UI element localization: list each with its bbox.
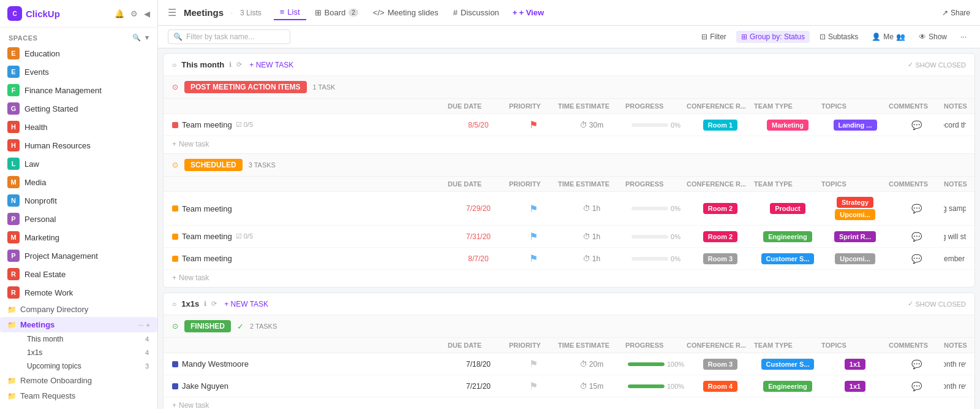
comment-icon[interactable]: 💬 — [911, 359, 922, 369]
sidebar-item-law[interactable]: L Law — [0, 155, 157, 173]
new-task-label: New task — [179, 140, 209, 148]
sub-item-label-upcoming: Upcoming topics — [27, 362, 81, 370]
comments-cell[interactable]: 💬 — [889, 359, 944, 369]
comments-cell[interactable]: 💬 — [889, 120, 944, 130]
topics-cell: Upcomi... — [821, 253, 889, 264]
chevron-down-icon[interactable]: ▾ — [145, 34, 149, 42]
section-info-this-month[interactable]: ℹ — [229, 61, 232, 69]
search-icon[interactable]: 🔍 — [132, 34, 141, 42]
section-toggle-1x1s[interactable]: ○ — [172, 300, 176, 308]
me-button[interactable]: 👤 Me 👥 — [868, 31, 909, 43]
conference-room-cell: Room 2 — [687, 203, 754, 214]
group-toggle-finished[interactable]: ⊙ — [172, 322, 178, 331]
tab-slides-label: Meeting slides — [388, 8, 439, 17]
sidebar-item-remote-work[interactable]: R Remote Work — [0, 283, 157, 302]
hourglass-icon: ⏱ — [580, 121, 587, 129]
comment-icon[interactable]: 💬 — [911, 204, 922, 213]
comments-cell[interactable]: 💬 — [889, 232, 944, 242]
sidebar-item-label-marketing: Marketing — [24, 233, 150, 242]
group-toggle-scheduled[interactable]: ⊙ — [172, 161, 178, 169]
comment-icon[interactable]: 💬 — [911, 254, 922, 264]
section-auto-1x1s[interactable]: ⟳ — [211, 300, 217, 308]
page-title: Meetings — [184, 7, 224, 18]
comments-cell[interactable]: 💬 — [889, 254, 944, 264]
sidebar-item-personal[interactable]: P Personal — [0, 210, 157, 228]
tab-list[interactable]: ≡ List — [274, 5, 306, 20]
section-info-1x1s[interactable]: ℹ — [204, 300, 206, 308]
table-row: Jake Nguyen 7/21/20 ⚑ ⏱ 15m 100% Room 4 … — [164, 375, 974, 397]
col-conference-room-f: CONFERENCE R... — [687, 342, 754, 349]
sidebar-item-finance[interactable]: F Finance Management — [0, 81, 157, 99]
sidebar-item-marketing[interactable]: M Marketing — [0, 228, 157, 247]
sidebar-item-human-resources[interactable]: H Human Resources — [0, 136, 157, 155]
comment-icon[interactable]: 💬 — [911, 120, 922, 130]
share-button[interactable]: ↗ Share — [942, 9, 970, 17]
more-button[interactable]: ··· — [957, 31, 970, 43]
sidebar-item-project-management[interactable]: P Project Management — [0, 247, 157, 265]
progress-bar — [631, 123, 668, 127]
progress-bar — [628, 384, 665, 388]
comments-cell[interactable]: 💬 — [889, 381, 944, 391]
group-toggle-post-meeting[interactable]: ⊙ — [172, 83, 178, 91]
sidebar-folder-meetings[interactable]: 📁 Meetings ··· + — [0, 317, 157, 332]
new-task-button-this-month[interactable]: + NEW TASK — [249, 61, 293, 69]
section-1x1s: ○ 1x1s ℹ ⟳ + NEW TASK ✓ SHOW CLOSED ⊙ FI… — [163, 292, 975, 409]
sidebar-folder-team-requests[interactable]: 📁 Team Requests — [0, 388, 157, 403]
add-icon[interactable]: + — [146, 321, 150, 329]
team-type-cell: Product — [754, 203, 821, 214]
tab-discussion[interactable]: # Discussion — [447, 6, 505, 20]
sidebar-item-icon-marketing: M — [7, 231, 20, 243]
filter-button[interactable]: ⊟ Filter — [698, 31, 730, 43]
more-options-icon[interactable]: ··· — [138, 321, 143, 329]
sidebar-folder-remote-onboarding[interactable]: 📁 Remote Onboarding — [0, 373, 157, 388]
folder-label-meetings: Meetings — [20, 320, 55, 329]
sidebar-item-events[interactable]: E Events — [0, 63, 157, 81]
comment-icon[interactable]: 💬 — [911, 232, 922, 242]
show-closed-label: SHOW CLOSED — [915, 300, 966, 308]
task-check-status[interactable]: ☑ 0/5 — [236, 232, 253, 240]
new-task-row-scheduled[interactable]: + New task — [164, 270, 974, 287]
sidebar-item-label-rw: Remote Work — [24, 288, 150, 297]
add-view-button[interactable]: + + View — [508, 6, 549, 20]
collapse-icon[interactable]: ◀ — [144, 9, 150, 18]
show-closed-1x1s[interactable]: ✓ SHOW CLOSED — [908, 300, 966, 308]
task-color-indicator — [172, 256, 178, 262]
tab-board[interactable]: ⊞ Board 2 — [309, 6, 364, 20]
gear-icon[interactable]: ⚙ — [130, 9, 138, 18]
sidebar-sub-item-1x1s[interactable]: 1x1s 4 — [0, 346, 157, 359]
sidebar-sub-item-upcoming-topics[interactable]: Upcoming topics 3 — [0, 359, 157, 373]
sidebar-item-real-estate[interactable]: R Real Estate — [0, 265, 157, 283]
separator: · — [231, 9, 233, 17]
show-closed-this-month[interactable]: ✓ SHOW CLOSED — [908, 61, 966, 69]
col-due-date-f: DUE DATE — [448, 342, 509, 349]
section-auto-this-month[interactable]: ⟳ — [236, 61, 242, 69]
col-priority: PRIORITY — [509, 102, 558, 110]
task-name-label: Team meeting — [182, 232, 232, 241]
new-task-button-1x1s[interactable]: + NEW TASK — [224, 300, 268, 308]
sidebar-item-getting-started[interactable]: G Getting Started — [0, 99, 157, 118]
sidebar-item-media[interactable]: M Media — [0, 173, 157, 191]
sidebar-sub-item-this-month[interactable]: This month 4 — [0, 332, 157, 346]
section-toggle-this-month[interactable]: ○ — [172, 61, 176, 69]
new-task-row-1x1s[interactable]: + New task — [164, 397, 974, 409]
sidebar-folder-company-directory[interactable]: 📁 Company Directory — [0, 302, 157, 317]
group-by-button[interactable]: ⊞ Group by: Status — [736, 31, 810, 43]
new-task-row-post-meeting[interactable]: + New task — [164, 136, 974, 153]
bell-icon[interactable]: 🔔 — [115, 9, 124, 18]
subtasks-button[interactable]: ⊡ Subtasks — [816, 31, 862, 43]
app-logo[interactable]: C ClickUp — [7, 6, 60, 21]
conference-room-cell: Room 4 — [687, 381, 754, 392]
sidebar-item-health[interactable]: H Health — [0, 118, 157, 136]
sidebar-item-nonprofit[interactable]: N Nonprofit — [0, 191, 157, 210]
task-name-cell: Team meeting ☑ 0/5 — [172, 232, 448, 241]
comment-icon[interactable]: 💬 — [911, 381, 922, 391]
sidebar-item-education[interactable]: E Education — [0, 44, 157, 63]
show-button[interactable]: 👁 Show — [915, 31, 951, 43]
search-box[interactable]: 🔍 Filter by task name... — [168, 29, 290, 44]
conference-room-tag: Room 1 — [703, 120, 737, 131]
tab-meeting-slides[interactable]: </> Meeting slides — [367, 6, 445, 20]
task-check-status[interactable]: ☑ 0/5 — [236, 121, 253, 129]
sidebar-item-icon-pm: P — [7, 250, 20, 262]
task-color-indicator — [172, 234, 178, 240]
comments-cell[interactable]: 💬 — [889, 204, 944, 213]
